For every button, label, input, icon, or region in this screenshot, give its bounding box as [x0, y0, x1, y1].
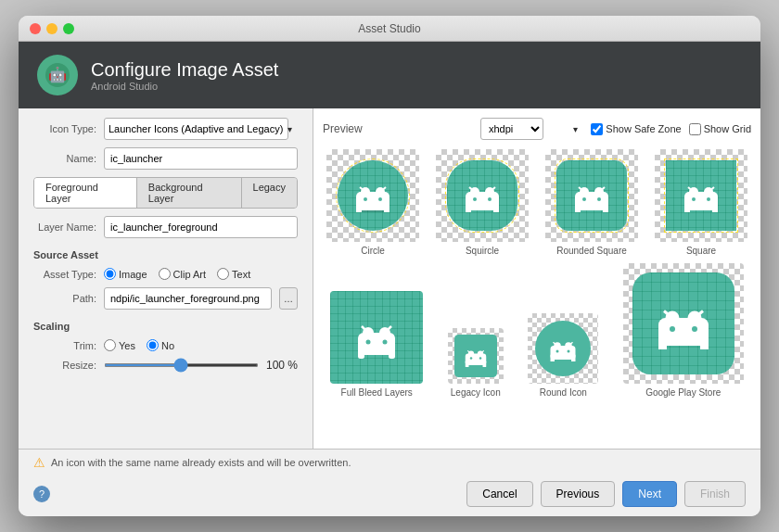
show-safe-zone-text: Show Safe Zone	[606, 123, 681, 134]
preview-header: Preview mdpihdpixhdpixxhdpixxxhdpi Show …	[323, 118, 751, 140]
preview-area: Circle	[323, 149, 751, 439]
rounded-square-label: Rounded Square	[556, 246, 627, 256]
close-button[interactable]	[30, 23, 41, 34]
action-buttons: Cancel Previous Next Finish	[466, 481, 746, 507]
preview-row-1: Circle	[323, 149, 751, 256]
safe-zone-circle	[336, 158, 410, 233]
preview-full-bleed: Full Bleed Layers	[330, 291, 423, 398]
preview-row-2: Full Bleed Layers	[323, 263, 751, 398]
icon-type-label: Icon Type:	[33, 123, 96, 134]
android-svg-legacy	[462, 345, 490, 367]
safe-zone-square	[664, 158, 738, 233]
show-safe-zone-label[interactable]: Show Safe Zone	[591, 123, 681, 135]
radio-image-input[interactable]	[104, 268, 116, 280]
warning-icon: ⚠	[33, 455, 45, 470]
dialog-title: Configure Image Asset	[91, 59, 278, 81]
warning-text: An icon with the same name already exist…	[51, 457, 351, 468]
tab-foreground-layer[interactable]: Foreground Layer	[34, 178, 137, 208]
footer-buttons-row: ? Cancel Previous Next Finish	[19, 475, 760, 516]
radio-clipart-input[interactable]	[159, 268, 171, 280]
warning-row: ⚠ An icon with the same name already exi…	[33, 455, 351, 470]
svg-rect-65	[571, 354, 576, 361]
round-icon-bg	[528, 313, 598, 384]
tab-legacy[interactable]: Legacy	[242, 178, 297, 208]
path-input[interactable]	[104, 287, 272, 310]
asset-type-radio-group: Image Clip Art Text	[104, 268, 250, 280]
name-input[interactable]	[104, 147, 298, 170]
name-row: Name:	[33, 147, 298, 170]
circle-label: Circle	[361, 246, 385, 256]
footer-area: ⚠ An icon with the same name already exi…	[19, 449, 760, 516]
svg-rect-55	[466, 361, 469, 367]
play-store-bg	[623, 263, 744, 384]
show-grid-checkbox[interactable]	[689, 123, 701, 135]
rounded-square-bg	[545, 149, 638, 242]
svg-point-44	[366, 340, 371, 345]
radio-trim-yes-label: Yes	[119, 340, 135, 351]
resize-slider[interactable]	[104, 363, 259, 367]
radio-clipart-label: Clip Art	[173, 269, 206, 280]
round-icon	[535, 321, 591, 376]
content-area: Icon Type: Launcher Icons (Adaptive and …	[19, 108, 760, 449]
tab-background-layer[interactable]: Background Layer	[137, 178, 242, 208]
svg-point-53	[470, 357, 473, 360]
next-button[interactable]: Next	[622, 481, 677, 507]
preview-squircle: Squircle	[436, 149, 529, 256]
radio-image-label: Image	[119, 269, 147, 280]
radio-trim-yes-input[interactable]	[104, 339, 116, 351]
svg-rect-74	[700, 335, 709, 349]
svg-rect-47	[389, 346, 395, 359]
preview-round-icon: Round Icon	[528, 313, 598, 398]
window-controls	[30, 23, 74, 34]
radio-image[interactable]: Image	[104, 268, 147, 280]
play-store-icon	[632, 272, 734, 374]
legacy-icon-label: Legacy Icon	[451, 387, 501, 398]
maximize-button[interactable]	[63, 23, 74, 34]
density-select[interactable]: mdpihdpixhdpixxhdpixxxhdpi	[480, 118, 543, 140]
titlebar: Asset Studio	[19, 16, 760, 42]
svg-point-62	[556, 350, 559, 353]
name-label: Name:	[33, 153, 96, 164]
radio-text[interactable]: Text	[217, 268, 250, 280]
svg-point-54	[479, 357, 482, 360]
right-panel: Preview mdpihdpixhdpixxhdpixxxhdpi Show …	[313, 108, 760, 449]
radio-trim-no-input[interactable]	[147, 339, 159, 351]
svg-point-71	[670, 326, 675, 332]
help-button[interactable]: ?	[33, 486, 50, 502]
window-title: Asset Studio	[358, 22, 420, 35]
radio-clipart[interactable]: Clip Art	[159, 268, 206, 280]
trim-row: Trim: Yes No	[33, 339, 298, 351]
radio-trim-yes[interactable]: Yes	[104, 339, 135, 351]
density-select-wrapper: mdpihdpixhdpixxhdpixxxhdpi	[480, 118, 583, 140]
full-bleed-icon	[330, 291, 423, 384]
radio-trim-no[interactable]: No	[147, 339, 174, 351]
show-grid-label[interactable]: Show Grid	[689, 123, 751, 135]
svg-rect-73	[658, 335, 667, 349]
cancel-button[interactable]: Cancel	[466, 481, 532, 507]
finish-button[interactable]: Finish	[684, 481, 746, 507]
circle-bg	[326, 149, 419, 242]
svg-text:🤖: 🤖	[48, 66, 67, 83]
icon-type-select[interactable]: Launcher Icons (Adaptive and Legacy)	[104, 118, 288, 140]
footer-inner: ⚠ An icon with the same name already exi…	[19, 450, 760, 475]
radio-text-input[interactable]	[217, 268, 229, 280]
svg-point-72	[692, 326, 697, 332]
app-icon: 🤖	[37, 55, 78, 95]
layer-name-input[interactable]	[104, 216, 298, 238]
radio-text-label: Text	[232, 269, 250, 280]
preview-legacy: Legacy Icon	[448, 328, 504, 398]
svg-point-45	[383, 340, 388, 345]
android-svg-play	[650, 298, 717, 349]
path-row: Path: …	[33, 287, 298, 310]
svg-rect-56	[482, 361, 486, 367]
android-svg-round	[546, 336, 580, 361]
minimize-button[interactable]	[46, 23, 57, 34]
layer-tabs: Foreground Layer Background Layer Legacy	[33, 177, 298, 209]
layer-name-row: Layer Name:	[33, 216, 298, 238]
scaling-label: Scaling	[33, 321, 298, 332]
previous-button[interactable]: Previous	[541, 481, 616, 507]
squircle-label: Squircle	[466, 246, 499, 256]
browse-button[interactable]: …	[279, 287, 298, 310]
resize-row: Resize: 100 %	[33, 359, 298, 372]
show-safe-zone-checkbox[interactable]	[591, 123, 603, 135]
